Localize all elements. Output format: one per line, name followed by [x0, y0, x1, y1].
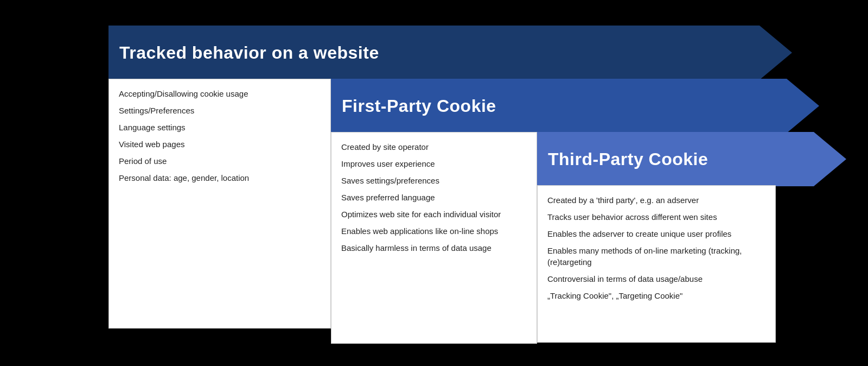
arrow1-title: Tracked behavior on a website	[119, 43, 379, 63]
list-item: Language settings	[119, 122, 321, 133]
box-third-party: Created by a 'third party', e.g. an adse…	[537, 185, 776, 343]
list-item: Personal data: age, gender, location	[119, 172, 321, 184]
arrow2-title: First-Party Cookie	[342, 96, 496, 116]
list-item: Created by a 'third party', e.g. an adse…	[547, 194, 765, 206]
list-item: Saves preferred language	[341, 192, 527, 203]
list-item: Visited web pages	[119, 138, 321, 150]
list-item: Saves settings/preferences	[341, 175, 527, 186]
list-item: Enables web applications like on-line sh…	[341, 225, 527, 237]
list-item: Enables many methods of on-line marketin…	[547, 245, 765, 268]
list-item: „Tracking Cookie", „Targeting Cookie"	[547, 290, 765, 301]
diagram-container: Tracked behavior on a website First-Part…	[54, 15, 814, 351]
list-item: Basically harmless in terms of data usag…	[341, 242, 527, 254]
list-item: Accepting/Disallowing cookie usage	[119, 88, 321, 99]
list-item: Settings/Preferences	[119, 105, 321, 116]
arrow3-title: Third-Party Cookie	[548, 149, 708, 169]
list-item: Controversial in terms of data usage/abu…	[547, 273, 765, 285]
box-tracked-behavior: Accepting/Disallowing cookie usage Setti…	[108, 79, 331, 329]
list-item: Improves user experience	[341, 158, 527, 169]
list-item: Created by site operator	[341, 141, 527, 153]
arrow-first-party: First-Party Cookie	[331, 79, 819, 133]
list-item: Optimizes web site for each individual v…	[341, 209, 527, 220]
box-first-party: Created by site operator Improves user e…	[331, 132, 537, 344]
arrow-tracked-behavior: Tracked behavior on a website	[108, 26, 792, 80]
list-item: Enables the adserver to create unique us…	[547, 228, 765, 239]
arrow-third-party: Third-Party Cookie	[537, 132, 846, 186]
list-item: Period of use	[119, 155, 321, 167]
list-item: Tracks user behavior across different we…	[547, 211, 765, 223]
